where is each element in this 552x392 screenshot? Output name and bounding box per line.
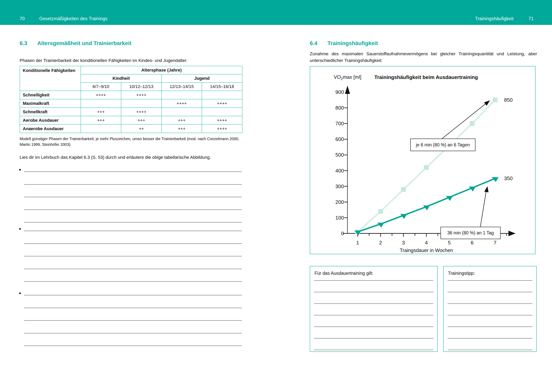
rating-cell: ++: [121, 125, 161, 133]
writing-line: [314, 350, 433, 350]
writing-line: [24, 244, 242, 244]
y-tick-label: 200: [335, 199, 344, 205]
writing-line: [314, 315, 433, 315]
rating-cell: ++++: [202, 125, 242, 133]
bullet-marker: [19, 169, 21, 170]
age-range: 14/15–16/18: [202, 83, 242, 91]
workbook-spread: { "header": { "left_page_number": "70", …: [0, 0, 552, 392]
annotation-arrow-line: [442, 102, 488, 139]
instruction-text: Lies dir im Lehrbuch das Kapitel 6.3 (S.…: [20, 154, 211, 161]
row-label: Aerobe Ausdauer: [20, 116, 81, 125]
writing-line: [448, 280, 532, 281]
notes-box-title: Trainingstipp:: [448, 271, 475, 276]
triangle-marker-icon: [491, 174, 498, 182]
writing-line: [24, 197, 242, 197]
row-label: Anaerobe Ausdauer: [20, 125, 81, 133]
annotation-arrowhead-icon: [484, 186, 490, 192]
writing-line: [24, 295, 242, 295]
page-number-left: 70: [20, 16, 25, 21]
rating-cell: +++: [161, 125, 202, 133]
x-tick-label: 6: [471, 240, 473, 245]
section-heading-6-4: 6.4 Trainingshäufigkeit: [310, 40, 378, 46]
rating-cell: [202, 108, 242, 116]
rating-cell: ++++: [121, 108, 161, 116]
writing-line: [448, 292, 532, 292]
rating-cell: +++: [81, 116, 121, 125]
section-title: Trainingshäufigkeit: [327, 40, 378, 46]
trainability-table: Konditionelle Fähigkeiten Altersphase (J…: [20, 66, 242, 133]
rating-cell: [81, 125, 121, 133]
rating-cell: [81, 99, 121, 108]
annotation-box-1-day: 36 min (80 %) an 1 Tag: [441, 227, 501, 239]
rating-cell: +++: [81, 108, 121, 116]
chart-canvas: 01002003004005006007008009001234567Train…: [310, 66, 535, 254]
rating-cell: ++++: [81, 91, 121, 99]
writing-line: [24, 222, 242, 223]
y-tick-label: 0: [341, 231, 344, 236]
running-title-right: Trainingshäufigkeit: [475, 16, 514, 21]
rating-cell: ++++: [202, 116, 242, 125]
x-tick-label: 1: [356, 240, 359, 245]
page-number-right: 71: [529, 16, 534, 21]
writing-line: [24, 210, 242, 210]
rating-cell: +++: [121, 116, 161, 125]
rating-cell: [161, 108, 202, 116]
writing-line: [24, 231, 242, 231]
table-row: Schnelligkeit++++++++: [20, 91, 242, 99]
writing-line: [24, 346, 242, 346]
table-row: Schnellkraft+++++++: [20, 108, 242, 116]
writing-line: [448, 315, 532, 315]
data-label-850: 850: [504, 97, 513, 103]
rating-cell: [161, 91, 202, 99]
table-span-header: Altersphase (Jahre): [81, 66, 242, 74]
age-range: 10/12–12/13: [121, 83, 161, 91]
writing-line: [314, 303, 433, 304]
table-corner-header: Konditionelle Fähigkeiten: [20, 66, 81, 91]
row-label: Schnellkraft: [20, 108, 81, 116]
right-intro-text: Zunahme des maximalen Sauerstoffaufnahme…: [310, 50, 537, 64]
triangle-marker-icon: [468, 184, 476, 191]
series-line: [358, 179, 495, 232]
x-axis-label: Traingsdauer in Wochen: [400, 248, 453, 253]
writing-line: [314, 327, 433, 327]
table-row: Anaerobe Ausdauer+++++++++: [20, 125, 242, 133]
x-tick-label: 2: [379, 240, 382, 245]
y-tick-label: 500: [335, 152, 344, 158]
y-tick-label: 900: [335, 89, 344, 95]
writing-line: [24, 256, 242, 256]
y-axis-title: VO2max [ml]: [334, 74, 361, 81]
writing-line: [24, 171, 242, 172]
writing-line: [448, 303, 532, 304]
table-caption: Modell günstiger Phasen der Trainierbark…: [20, 136, 243, 147]
triangle-marker-icon: [445, 193, 453, 201]
writing-line: [448, 338, 532, 338]
notes-box-trainingstipp: Trainingstipp:: [443, 266, 537, 352]
y-tick-label: 600: [335, 136, 344, 142]
rating-cell: ++++: [161, 99, 202, 108]
bullet-marker: [19, 228, 21, 230]
left-intro-text: Phasen der Trainierbarkeit der kondition…: [20, 57, 188, 64]
square-marker-icon: [401, 187, 406, 192]
triangle-marker-icon: [376, 220, 384, 228]
section-heading-6-3: 6.3 Altersgemäßheit und Trainierbarkeit: [20, 40, 131, 46]
table-group-header-jugend: Jugend: [161, 74, 242, 83]
age-range: 6/7–9/10: [81, 83, 121, 91]
chart-title: Trainingshäufigkeit beim Ausdauertrainin…: [374, 74, 478, 80]
writing-line: [448, 350, 532, 350]
x-axis-arrow-icon: [508, 231, 516, 236]
x-tick-label: 5: [448, 240, 450, 245]
writing-line: [24, 333, 242, 333]
x-tick-label: 3: [402, 240, 405, 245]
bullet-marker: [19, 293, 21, 294]
writing-line: [314, 338, 433, 338]
header-bar: 70 Gesetzmäßigkeiten des Trainings Train…: [0, 0, 552, 25]
row-label: Schnelligkeit: [20, 91, 81, 99]
rating-cell: [202, 91, 242, 99]
y-tick-label: 700: [335, 120, 344, 126]
table-row: Aerobe Ausdauer+++++++++++++: [20, 116, 242, 125]
section-number: 6.4: [310, 40, 327, 46]
table-group-header-kindheit: Kindheit: [81, 74, 161, 83]
square-marker-icon: [424, 165, 429, 170]
writing-line: [314, 280, 433, 281]
y-tick-label: 800: [335, 105, 344, 111]
